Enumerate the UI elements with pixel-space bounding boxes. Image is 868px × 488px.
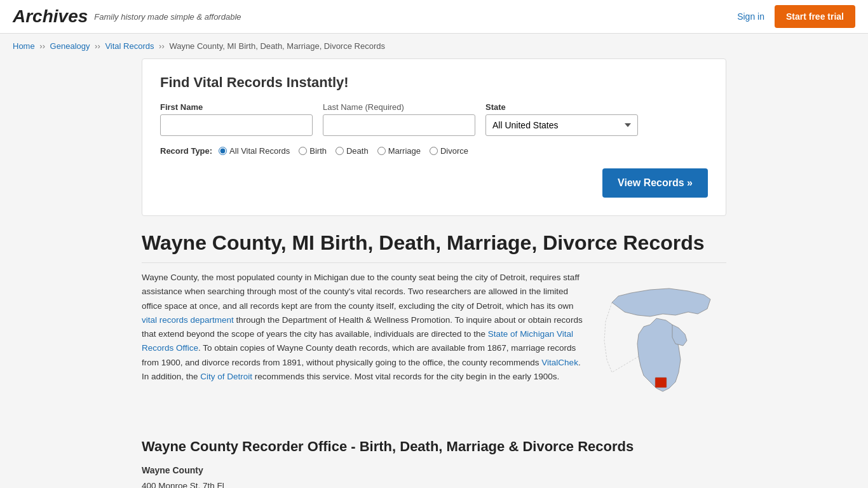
breadcrumb-vital-records[interactable]: Vital Records <box>105 41 154 51</box>
county-name: Wayne County <box>142 463 726 478</box>
search-fields: First Name Last Name (Required) State Al… <box>160 102 708 136</box>
radio-divorce[interactable] <box>430 147 438 155</box>
last-name-group: Last Name (Required) <box>323 102 475 136</box>
michigan-map-svg <box>599 271 726 423</box>
link-vital-records-dept[interactable]: vital records department <box>142 315 234 325</box>
record-type-row: Record Type: All Vital Records Birth Dea… <box>160 146 708 156</box>
michigan-map <box>599 271 726 423</box>
breadcrumb-home[interactable]: Home <box>13 41 35 51</box>
radio-birth[interactable] <box>299 147 307 155</box>
state-group: State All United States Alabama Alaska M… <box>485 102 638 136</box>
last-name-label: Last Name (Required) <box>323 102 475 112</box>
header-right: Sign in Start free trial <box>737 5 855 28</box>
content-paragraph: Wayne County, the most populated county … <box>142 271 584 384</box>
address-section: Wayne County 400 Monroe St, 7th Fl Detro… <box>142 463 726 488</box>
radio-all-vital[interactable] <box>219 147 227 155</box>
breadcrumb: Home ›› Genealogy ›› Vital Records ›› Wa… <box>0 34 868 58</box>
main-content: Find Vital Records Instantly! First Name… <box>129 58 739 488</box>
breadcrumb-sep-2: ›› <box>95 41 102 51</box>
header: Archives Family history made simple & af… <box>0 0 868 34</box>
first-name-label: First Name <box>160 102 313 112</box>
last-name-input[interactable] <box>323 114 475 136</box>
link-vitalchek[interactable]: VitalChek <box>541 358 578 367</box>
link-city-of-detroit[interactable]: City of Detroit <box>200 372 252 381</box>
logo-tagline: Family history made simple & affordable <box>94 12 241 22</box>
content-section: Wayne County, the most populated county … <box>142 271 726 423</box>
archives-logo: Archives <box>13 6 88 27</box>
record-type-label: Record Type: <box>160 146 212 156</box>
address-line1: 400 Monroe St, 7th Fl <box>142 478 726 488</box>
search-box: Find Vital Records Instantly! First Name… <box>142 58 726 216</box>
start-trial-button[interactable]: Start free trial <box>775 5 855 28</box>
record-type-death[interactable]: Death <box>336 146 369 156</box>
sign-in-link[interactable]: Sign in <box>737 11 764 22</box>
breadcrumb-sep-1: ›› <box>39 41 47 51</box>
svg-rect-0 <box>655 377 667 388</box>
breadcrumb-genealogy[interactable]: Genealogy <box>50 41 90 51</box>
record-type-divorce[interactable]: Divorce <box>430 146 468 156</box>
breadcrumb-sep-3: ›› <box>159 41 166 51</box>
state-select[interactable]: All United States Alabama Alaska Michiga… <box>485 114 638 136</box>
first-name-group: First Name <box>160 102 313 136</box>
sub-heading: Wayne County Recorder Office - Birth, De… <box>142 438 726 455</box>
header-left: Archives Family history made simple & af… <box>13 6 241 27</box>
breadcrumb-current: Wayne County, MI Birth, Death, Marriage,… <box>169 41 385 51</box>
page-main-heading: Wayne County, MI Birth, Death, Marriage,… <box>142 231 726 263</box>
record-type-marriage[interactable]: Marriage <box>377 146 421 156</box>
record-type-birth[interactable]: Birth <box>299 146 327 156</box>
search-title: Find Vital Records Instantly! <box>160 74 708 91</box>
view-records-button[interactable]: View Records » <box>602 168 708 198</box>
first-name-input[interactable] <box>160 114 313 136</box>
content-text: Wayne County, the most populated county … <box>142 271 584 423</box>
record-type-all[interactable]: All Vital Records <box>219 146 290 156</box>
radio-death[interactable] <box>336 147 344 155</box>
state-label: State <box>485 102 638 112</box>
radio-marriage[interactable] <box>377 147 386 155</box>
